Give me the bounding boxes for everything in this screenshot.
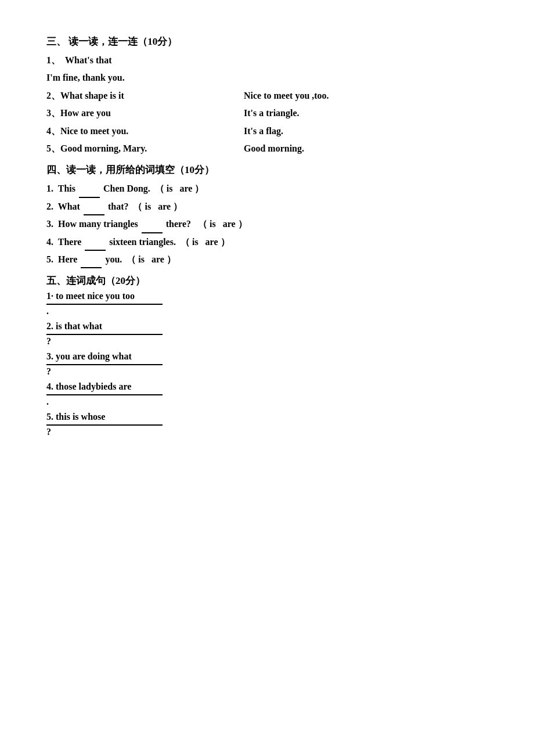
section-3-title: 三、 读一读，连一连（10分）	[46, 35, 488, 48]
section-3: 三、 读一读，连一连（10分） 1、 What's that I'm fine,…	[46, 35, 488, 157]
section-5-title: 五、连词成句（20分）	[46, 274, 488, 287]
blank-4	[85, 242, 106, 251]
item-text: What's that	[63, 55, 111, 65]
answer-line-4	[46, 394, 163, 395]
section4-item-5: 5. Here you. （ is are ）	[46, 251, 488, 268]
section5-item-5: 5. this is whose ?	[46, 412, 488, 437]
item-words-2: 2. is that what	[46, 321, 488, 332]
item-right: Nice to meet you ,too.	[244, 87, 371, 105]
item-words-1: 1· to meet nice you too	[46, 291, 488, 301]
section3-item-5: 5、Good morning, Mary. Good morning.	[46, 140, 488, 157]
answer-line-2	[46, 334, 163, 335]
blank-5	[81, 259, 102, 268]
section-4: 四、读一读，用所给的词填空（10分） 1. This Chen Dong. （ …	[46, 163, 488, 268]
item-right: It's a triangle.	[244, 105, 371, 122]
section3-item-2: 2、What shape is it Nice to meet you ,too…	[46, 87, 488, 105]
item-right: Good morning.	[244, 140, 371, 157]
blank-2	[84, 206, 104, 215]
item-words-3: 3. you are doing what	[46, 351, 488, 362]
item-left: 5、Good morning, Mary.	[46, 140, 244, 157]
answer-line-3	[46, 364, 163, 365]
item-left: 2、What shape is it	[46, 87, 244, 105]
section-5: 五、连词成句（20分） 1· to meet nice you too . 2.…	[46, 274, 488, 437]
section-4-title: 四、读一读，用所给的词填空（10分）	[46, 163, 488, 177]
item-text: I'm fine, thank you.	[46, 73, 125, 82]
section5-item-1: 1· to meet nice you too .	[46, 291, 488, 316]
section4-item-1: 1. This Chen Dong. （ is are ）	[46, 180, 488, 197]
section4-item-4: 4. There sixteen triangles. （ is are ）	[46, 233, 488, 251]
item-left: 3、How are you	[46, 105, 244, 122]
item-words-5: 5. this is whose	[46, 412, 488, 422]
section3-item-4: 4、Nice to meet you. It's a flag.	[46, 123, 488, 140]
section3-item-3: 3、How are you It's a triangle.	[46, 105, 488, 122]
section5-item-4: 4. those ladybieds are .	[46, 381, 488, 407]
blank-3	[142, 224, 163, 233]
section4-item-3: 3. How many triangles there? （ is are ）	[46, 215, 488, 233]
item-num: 1、	[46, 55, 60, 65]
item-right: It's a flag.	[244, 123, 371, 140]
section4-item-2: 2. What that? （ is are ）	[46, 198, 488, 215]
item-left: 4、Nice to meet you.	[46, 123, 244, 140]
answer-line-1	[46, 304, 163, 305]
item-words-4: 4. those ladybieds are	[46, 381, 488, 392]
blank-1	[79, 189, 100, 198]
section3-item-1: 1、 What's that	[46, 52, 488, 69]
section5-item-3: 3. you are doing what ?	[46, 351, 488, 377]
answer-line-5	[46, 424, 163, 426]
section3-item-1b: I'm fine, thank you.	[46, 69, 488, 87]
section5-item-2: 2. is that what ?	[46, 321, 488, 347]
